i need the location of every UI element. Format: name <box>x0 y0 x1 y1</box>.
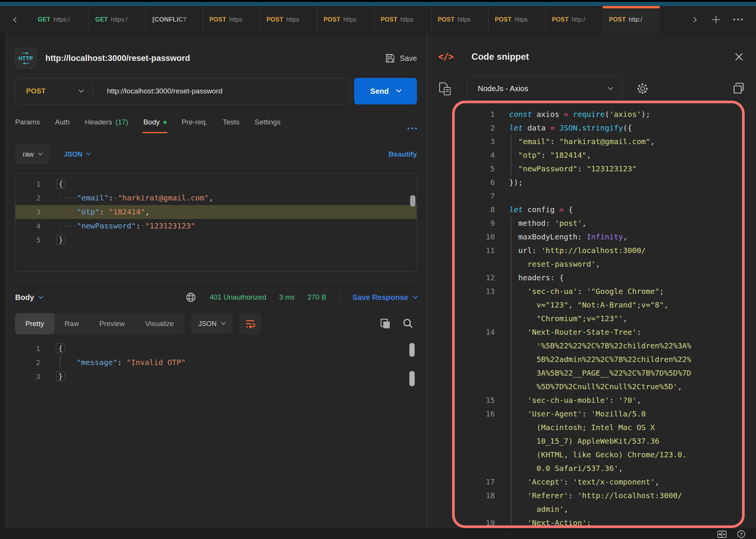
line-content: '%5B%22%22%2C%7B%22children%22%3A% <box>495 339 745 353</box>
close-code-panel-button[interactable] <box>733 50 745 63</box>
tab-prereq[interactable]: Pre-req. <box>182 118 208 133</box>
line-content: { <box>40 342 417 356</box>
line-content: 'Next-Router-State-Tree': <box>495 325 745 339</box>
code-snippet-line: 17 'Accept': 'text/x-component', <box>438 475 745 489</box>
chevron-down-icon <box>86 151 90 155</box>
help-button[interactable]: ? <box>737 530 745 538</box>
request-tabs-more-button[interactable] <box>407 124 417 131</box>
new-tab-button[interactable] <box>708 11 724 28</box>
line-content: } <box>40 370 417 384</box>
request-tab[interactable]: POSThttps <box>260 6 317 33</box>
request-tab[interactable]: POSThttps <box>374 6 431 33</box>
panel-layout-button[interactable] <box>717 531 727 538</box>
code-snippet-panel: </> Code snippet NodeJs - <box>428 33 756 529</box>
request-tab-active[interactable]: POSThttp:/ <box>603 6 660 33</box>
tab-more-button[interactable] <box>730 11 746 28</box>
tab-url-label: https <box>400 16 425 23</box>
request-tab[interactable]: POSThttps <box>203 6 260 33</box>
line-content: 10_15_7) AppleWebKit/537.36 <box>495 434 745 448</box>
request-tab[interactable]: POSThttps <box>488 6 545 33</box>
search-response-button[interactable] <box>402 318 414 330</box>
body-format-select[interactable]: JSON <box>64 151 90 158</box>
three-dots-icon <box>733 19 743 20</box>
language-select[interactable]: NodeJs - Axios <box>467 76 623 101</box>
tab-params[interactable]: Params <box>15 118 40 133</box>
method-select[interactable]: POST <box>15 87 93 95</box>
code-snippet-line: 5B%22admin%22%2C%7B%22children%22% <box>438 353 745 366</box>
request-tab[interactable]: POSThttps <box>317 6 374 33</box>
line-number: 4 <box>15 219 40 233</box>
request-tab[interactable]: GEThttps:/ <box>89 6 146 33</box>
line-content: { <box>40 177 417 191</box>
tabs-back-button[interactable] <box>0 6 32 33</box>
request-tab[interactable]: GEThttps:/ <box>32 6 89 33</box>
response-body-viewer[interactable]: 1{2 "message": "Invalid OTP"3} <box>15 340 417 529</box>
line-content: ····"email":·"harkirat@gmail.com", <box>40 191 417 205</box>
line-number <box>438 339 495 353</box>
view-tab-preview[interactable]: Preview <box>89 313 135 334</box>
status-code: 401 Unauthorized <box>209 293 266 301</box>
code-snippet-line: 11 url: 'http://localhost:3000/ <box>438 244 745 257</box>
request-tab[interactable]: [CONFLICT <box>146 6 203 33</box>
wrap-text-icon <box>245 318 256 329</box>
request-title-row: HTTP http://localhost:3000/reset-passwor… <box>15 46 417 70</box>
code-snippet-line: %5D%7D%2Cnull%2Cnull%2Ctrue%5D', <box>438 380 745 393</box>
view-tab-pretty[interactable]: Pretty <box>15 313 54 334</box>
request-builder-panel: HTTP http://localhost:3000/reset-passwor… <box>5 33 427 529</box>
tab-body[interactable]: Body <box>143 118 166 133</box>
save-button[interactable]: Save <box>385 53 417 63</box>
tab-settings[interactable]: Settings <box>255 118 281 133</box>
response-body-label: Body <box>15 293 34 302</box>
tab-auth[interactable]: Auth <box>55 118 70 133</box>
line-content: "Chromium";v="123"', <box>495 312 745 325</box>
help-icon: ? <box>737 530 745 538</box>
chevron-down-icon <box>413 294 418 299</box>
copy-code-rail-button[interactable] <box>438 81 455 96</box>
gear-icon <box>635 81 650 96</box>
chevron-down-icon <box>608 85 613 90</box>
code-snippet-viewer[interactable]: 1const axios = require('axios');2let dat… <box>438 106 745 529</box>
http-request-icon: HTTP <box>15 48 36 69</box>
url-input[interactable] <box>93 87 350 95</box>
tabs-forward-button[interactable] <box>686 11 702 28</box>
line-number: 3 <box>15 370 40 384</box>
code-settings-button[interactable] <box>635 81 650 96</box>
tab-method-label: POST <box>381 16 397 23</box>
line-content: 'sec-ch-ua-mobile': '?0', <box>495 393 745 407</box>
view-tab-raw[interactable]: Raw <box>54 313 89 334</box>
request-tab[interactable]: POSThttps <box>431 6 488 33</box>
request-tab[interactable]: POSThttp:/ <box>545 6 603 33</box>
request-body-editor[interactable]: 1{2····"email":·"harkirat@gmail.com",3 "… <box>15 173 417 272</box>
line-number <box>438 312 495 325</box>
code-snippet-header: </> Code snippet <box>438 47 745 67</box>
line-content: url: 'http://localhost:3000/ <box>495 244 745 257</box>
line-number: 19 <box>438 516 495 529</box>
tab-headers[interactable]: Headers(17) <box>85 118 129 133</box>
response-body-select[interactable]: Body <box>15 293 43 302</box>
view-tab-visualize[interactable]: Visualize <box>135 313 184 334</box>
copy-response-button[interactable] <box>379 318 391 330</box>
code-snippet-line: 0.0 Safari/537.36', <box>438 461 745 475</box>
wrap-text-button[interactable] <box>239 313 261 334</box>
tab-actions <box>686 6 756 33</box>
code-snippet-line: 16 'User-Agent': 'Mozilla/5.0 <box>438 407 745 421</box>
save-response-button[interactable]: Save Response <box>352 293 417 302</box>
response-format-select[interactable]: JSON <box>191 314 232 334</box>
copy-snippet-button[interactable] <box>732 82 745 95</box>
line-content: "message": "Invalid OTP" <box>40 356 417 370</box>
close-icon <box>734 52 744 62</box>
beautify-button[interactable]: Beautify <box>389 150 417 158</box>
line-content: 0.0 Safari/537.36', <box>495 461 745 475</box>
send-button[interactable]: Send <box>354 78 417 104</box>
line-number <box>438 461 495 475</box>
body-type-select[interactable]: raw <box>15 144 50 164</box>
tab-tests[interactable]: Tests <box>223 118 239 133</box>
code-snippet-line: 3A%5B%22__PAGE__%22%2C%7B%7D%5D%7D <box>438 366 745 380</box>
status-bar: ? <box>0 529 756 539</box>
request-tab-bar: GEThttps:/GEThttps:/[CONFLICTPOSThttpsPO… <box>0 6 756 33</box>
line-number: 12 <box>438 271 495 284</box>
line-content: }); <box>495 176 745 189</box>
method-value: POST <box>26 87 46 95</box>
request-title: http://localhost:3000/reset-password <box>45 53 190 63</box>
line-content: ····"newPassword":·"123123123" <box>40 219 417 233</box>
